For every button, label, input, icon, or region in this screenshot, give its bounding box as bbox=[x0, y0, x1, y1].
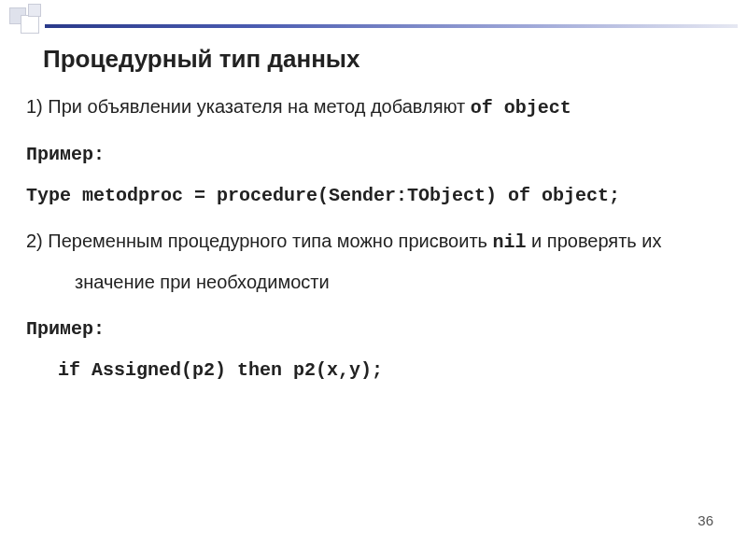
example-label-text: Пример: bbox=[26, 144, 105, 165]
code-1-text: Type metodproc = procedure(Sender:TObjec… bbox=[26, 185, 620, 206]
code-block-1: Type metodproc = procedure(Sender:TObjec… bbox=[26, 181, 721, 209]
code-2-text: if Assigned(p2) then p2(x,y); bbox=[58, 359, 383, 381]
point-1-code: of object bbox=[471, 97, 571, 119]
decor-square bbox=[21, 15, 39, 34]
point-1: 1) При объявлении указателя на метод доб… bbox=[26, 93, 721, 121]
example-label-2: Пример: bbox=[26, 315, 721, 343]
decor-rule bbox=[45, 24, 738, 28]
slide-title: Процедурный тип данных bbox=[43, 45, 360, 74]
point-2: 2) Переменным процедурного типа можно пр… bbox=[26, 228, 721, 256]
example-label-1: Пример: bbox=[26, 140, 721, 168]
point-2-code: nil bbox=[493, 231, 527, 253]
point-2-suffix: и проверять их bbox=[527, 231, 662, 251]
code-block-2: if Assigned(p2) then p2(x,y); bbox=[26, 356, 721, 384]
point-1-text: 1) При объявлении указателя на метод доб… bbox=[26, 96, 471, 117]
header-decoration bbox=[0, 0, 747, 45]
point-2-prefix: 2) Переменным процедурного типа можно пр… bbox=[26, 231, 493, 251]
page-number: 36 bbox=[698, 512, 713, 528]
decor-square bbox=[28, 4, 41, 17]
slide-content: 1) При объявлении указателя на метод доб… bbox=[26, 93, 721, 397]
point-2-line2: значение при необходимости bbox=[26, 269, 721, 296]
example-label-text-2: Пример: bbox=[26, 318, 105, 340]
